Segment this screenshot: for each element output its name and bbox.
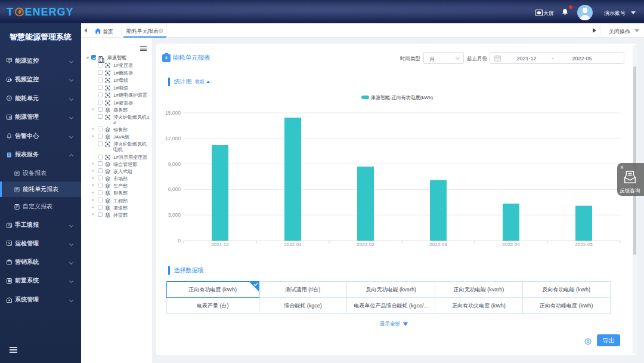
svg-text:2022-02: 2022-02 [357, 242, 374, 247]
svg-text:2021-12: 2021-12 [211, 242, 229, 247]
svg-text:2022-03: 2022-03 [429, 242, 447, 247]
svg-text:2022-05: 2022-05 [575, 242, 593, 247]
svg-text:2022-04: 2022-04 [502, 242, 520, 247]
svg-text:0: 0 [178, 238, 181, 244]
svg-text:15,000: 15,000 [165, 110, 181, 116]
svg-text:12,000: 12,000 [165, 136, 181, 141]
svg-text:6,000: 6,000 [168, 186, 181, 192]
svg-text:9,000: 9,000 [168, 161, 181, 167]
svg-text:3,000: 3,000 [168, 212, 181, 218]
svg-text:2022-01: 2022-01 [284, 242, 302, 247]
